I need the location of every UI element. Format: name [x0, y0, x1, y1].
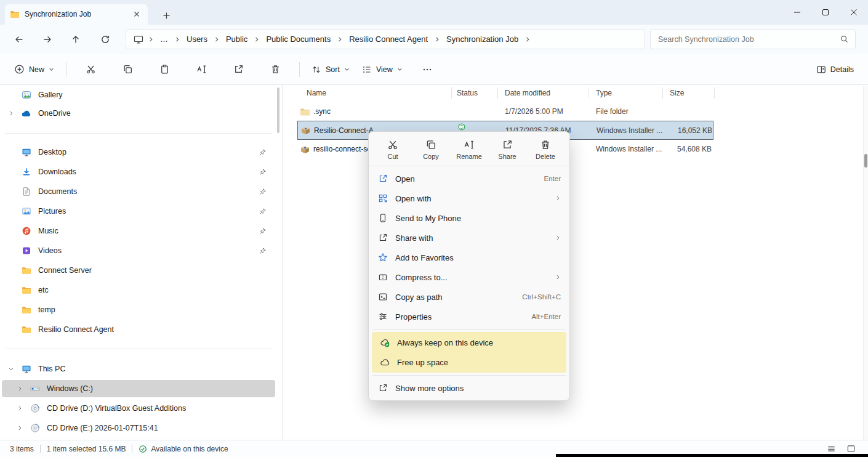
column-header-status[interactable]: Status — [457, 86, 478, 100]
chevron-right-icon[interactable] — [433, 36, 441, 42]
sidebar-item-label: Videos — [38, 246, 62, 255]
column-separator[interactable] — [714, 87, 715, 99]
breadcrumb-item-public-documents[interactable]: Public Documents — [262, 33, 335, 46]
refresh-button[interactable] — [95, 30, 116, 49]
sidebar-item-videos[interactable]: Videos — [2, 242, 275, 259]
menu-copy-button[interactable]: Copy — [413, 137, 449, 163]
paste-button[interactable] — [147, 59, 182, 81]
pane-splitter[interactable] — [282, 85, 283, 440]
column-separator[interactable] — [497, 87, 498, 99]
sidebar-item-connect-server[interactable]: Connect Server — [2, 262, 275, 279]
sort-icon — [311, 65, 321, 75]
chevron-down-icon[interactable] — [7, 365, 15, 373]
menu-item-show-more-options[interactable]: Show more options — [371, 378, 567, 398]
minimize-button[interactable] — [783, 0, 811, 25]
sidebar-item-pictures[interactable]: Pictures — [2, 203, 275, 220]
rename-button[interactable] — [183, 59, 219, 81]
menu-item-label: Always keep on this device — [397, 338, 493, 347]
sidebar-item-onedrive[interactable]: OneDrive — [2, 105, 275, 122]
breadcrumb-item-public[interactable]: Public — [222, 33, 252, 46]
view-button[interactable]: View — [356, 59, 408, 81]
sidebar-item-this-pc[interactable]: This PC — [2, 360, 275, 378]
menu-cut-button[interactable]: Cut — [375, 137, 411, 163]
share-button[interactable] — [220, 59, 256, 81]
sidebar-item-documents[interactable]: Documents — [2, 183, 275, 200]
new-button[interactable]: New — [9, 59, 60, 81]
chevron-placeholder — [7, 91, 15, 99]
menu-item-properties[interactable]: Properties Alt+Enter — [371, 307, 567, 326]
music-icon — [21, 226, 31, 237]
vertical-scrollbar-thumb[interactable] — [864, 154, 867, 168]
menu-item-add-to-favorites[interactable]: Add to Favorites — [371, 248, 567, 267]
sidebar-item-downloads[interactable]: Downloads — [2, 163, 275, 180]
chevron-right-icon[interactable] — [147, 36, 155, 42]
chevron-right-icon[interactable] — [7, 109, 15, 118]
sidebar-item-label: Music — [38, 227, 58, 235]
tab-close-button[interactable] — [131, 8, 143, 20]
column-header-size[interactable]: Size — [670, 86, 684, 100]
sidebar-item-desktop[interactable]: Desktop — [2, 144, 275, 161]
more-options-button[interactable] — [409, 59, 445, 81]
chevron-right-icon[interactable] — [336, 36, 344, 42]
new-tab-button[interactable] — [159, 8, 174, 23]
column-header-name[interactable]: Name — [307, 86, 326, 100]
search-icon[interactable] — [840, 34, 849, 44]
menu-rename-button[interactable]: Rename — [451, 137, 487, 163]
forward-button[interactable] — [37, 30, 58, 49]
chevron-right-icon[interactable] — [253, 36, 260, 42]
vertical-scrollbar[interactable] — [863, 86, 868, 440]
sidebar-item-resilio-connect-agent[interactable]: Resilio Connect Agent — [2, 321, 275, 338]
menu-share-button[interactable]: Share — [489, 137, 525, 163]
column-separator[interactable] — [451, 87, 452, 99]
menu-delete-button[interactable]: Delete — [528, 137, 563, 163]
details-button[interactable]: Details — [811, 59, 859, 81]
sidebar-item-cd-drive-d[interactable]: CD Drive (D:) VirtualBox Guest Additions — [2, 400, 275, 417]
breadcrumb-item-users[interactable]: Users — [182, 33, 212, 46]
menu-item-compress-to[interactable]: Compress to... — [371, 267, 567, 287]
menu-item-share-with[interactable]: Share with — [371, 228, 567, 248]
menu-item-copy-as-path[interactable]: Copy as path Ctrl+Shift+C — [371, 287, 567, 307]
breadcrumb[interactable]: … Users Public Public Documents Resilio … — [126, 29, 645, 49]
sidebar-item-windows-c-drive[interactable]: Windows (C:) — [2, 380, 275, 397]
maximize-button[interactable] — [811, 0, 840, 25]
sidebar-scrollbar-thumb[interactable] — [277, 87, 279, 133]
column-header-date-modified[interactable]: Date modified — [505, 86, 550, 100]
breadcrumb-overflow[interactable]: … — [156, 33, 172, 46]
breadcrumb-item-resilio-connect-agent[interactable]: Resilio Connect Agent — [345, 33, 432, 46]
menu-item-send-to-my-phone[interactable]: Send to My Phone — [371, 208, 567, 228]
file-row-sync[interactable]: .sync 1/7/2026 5:00 PM File folder — [297, 102, 713, 121]
sidebar-item-label: Downloads — [38, 168, 76, 176]
sidebar-item-etc[interactable]: etc — [2, 281, 275, 299]
menu-item-free-up-space[interactable]: Free up space — [373, 352, 565, 372]
cut-button[interactable] — [73, 59, 108, 81]
search-input[interactable] — [657, 34, 840, 44]
back-button[interactable] — [9, 30, 30, 49]
column-separator[interactable] — [662, 87, 663, 99]
copy-button[interactable] — [110, 59, 145, 81]
up-button[interactable] — [65, 30, 86, 49]
tab-synchronization-job[interactable]: Synchronization Job — [5, 4, 148, 25]
menu-item-open-with[interactable]: Open with — [371, 188, 567, 208]
delete-button[interactable] — [257, 59, 293, 81]
quick-action-label: Rename — [456, 153, 482, 160]
chevron-right-icon[interactable] — [15, 404, 24, 413]
sidebar-item-music[interactable]: Music — [2, 222, 275, 240]
column-header-type[interactable]: Type — [596, 86, 612, 100]
sidebar-item-gallery[interactable]: Gallery — [2, 86, 275, 103]
column-separator[interactable] — [589, 87, 589, 99]
sort-button[interactable]: Sort — [306, 59, 355, 81]
sort-button-label: Sort — [326, 65, 340, 74]
chevron-right-icon[interactable] — [524, 36, 531, 42]
file-name: resilio-connect-se — [313, 140, 371, 158]
menu-item-always-keep-on-this-device[interactable]: Always keep on this device — [373, 333, 565, 352]
titlebar: Synchronization Job — [0, 0, 868, 25]
menu-item-open[interactable]: Open Enter — [371, 169, 567, 188]
chevron-right-icon[interactable] — [213, 36, 220, 42]
chevron-right-icon[interactable] — [15, 384, 24, 393]
sidebar-item-cd-drive-e[interactable]: CD Drive (E:) 2026-01-07T15:41 — [2, 419, 275, 437]
breadcrumb-item-synchronization-job[interactable]: Synchronization Job — [442, 33, 523, 46]
chevron-right-icon[interactable] — [15, 424, 24, 432]
close-button[interactable] — [840, 0, 868, 25]
chevron-right-icon[interactable] — [174, 36, 181, 42]
sidebar-item-temp[interactable]: temp — [2, 301, 275, 318]
